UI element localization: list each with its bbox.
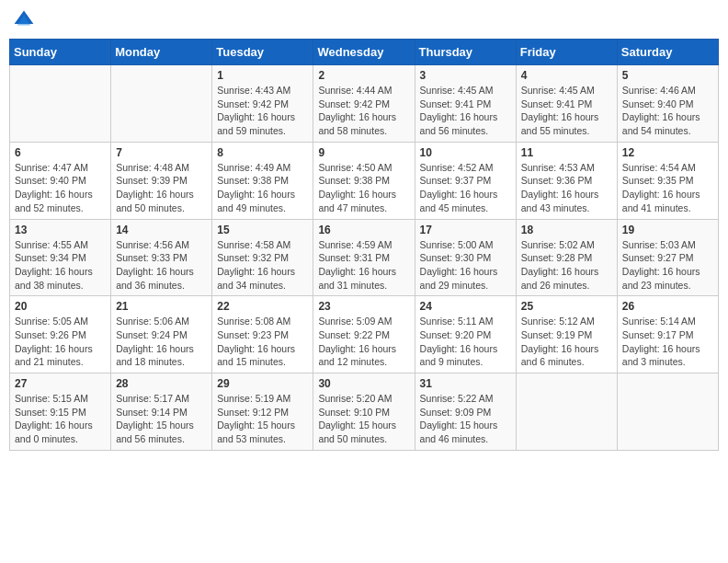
column-header-wednesday: Wednesday [313,40,415,65]
day-info: Sunrise: 5:14 AM Sunset: 9:17 PM Dayligh… [622,315,713,369]
day-number: 8 [217,146,308,159]
day-number: 11 [521,146,612,159]
day-number: 22 [217,300,308,313]
day-number: 29 [217,377,308,390]
column-header-tuesday: Tuesday [212,40,313,65]
calendar-cell: 30Sunrise: 5:20 AM Sunset: 9:10 PM Dayli… [313,373,415,451]
column-header-friday: Friday [516,40,617,65]
day-info: Sunrise: 5:03 AM Sunset: 9:27 PM Dayligh… [622,238,713,293]
day-number: 28 [116,377,207,390]
calendar-week-3: 13Sunrise: 4:55 AM Sunset: 9:34 PM Dayli… [10,219,719,296]
page-header [9,9,719,31]
calendar-week-5: 27Sunrise: 5:15 AM Sunset: 9:15 PM Dayli… [10,373,719,451]
day-number: 3 [420,69,511,82]
calendar-table: SundayMondayTuesdayWednesdayThursdayFrid… [9,39,719,451]
day-number: 17 [420,224,511,236]
day-info: Sunrise: 4:49 AM Sunset: 9:38 PM Dayligh… [217,161,308,215]
calendar-cell: 12Sunrise: 4:54 AM Sunset: 9:35 PM Dayli… [617,142,718,219]
day-number: 18 [521,224,612,236]
calendar-cell: 22Sunrise: 5:08 AM Sunset: 9:23 PM Dayli… [212,296,313,373]
day-info: Sunrise: 4:53 AM Sunset: 9:36 PM Dayligh… [521,161,612,215]
logo [13,9,39,31]
calendar-cell: 21Sunrise: 5:06 AM Sunset: 9:24 PM Dayli… [111,296,212,373]
logo-icon [13,9,35,31]
calendar-cell: 29Sunrise: 5:19 AM Sunset: 9:12 PM Dayli… [212,373,313,451]
day-info: Sunrise: 4:46 AM Sunset: 9:40 PM Dayligh… [622,84,713,138]
calendar-cell: 16Sunrise: 4:59 AM Sunset: 9:31 PM Dayli… [313,219,415,296]
day-info: Sunrise: 4:43 AM Sunset: 9:42 PM Dayligh… [217,84,308,138]
day-info: Sunrise: 5:20 AM Sunset: 9:10 PM Dayligh… [318,392,409,446]
day-number: 19 [622,224,713,236]
calendar-cell: 4Sunrise: 4:45 AM Sunset: 9:41 PM Daylig… [516,65,617,143]
calendar-cell: 3Sunrise: 4:45 AM Sunset: 9:41 PM Daylig… [415,65,516,143]
calendar-week-4: 20Sunrise: 5:05 AM Sunset: 9:26 PM Dayli… [10,296,719,373]
day-number: 9 [318,146,409,159]
calendar-cell [617,373,718,451]
day-info: Sunrise: 4:45 AM Sunset: 9:41 PM Dayligh… [521,84,612,138]
calendar-cell: 14Sunrise: 4:56 AM Sunset: 9:33 PM Dayli… [111,219,212,296]
calendar-cell [111,65,212,143]
calendar-cell: 17Sunrise: 5:00 AM Sunset: 9:30 PM Dayli… [415,219,516,296]
calendar-cell: 20Sunrise: 5:05 AM Sunset: 9:26 PM Dayli… [10,296,111,373]
calendar-cell: 31Sunrise: 5:22 AM Sunset: 9:09 PM Dayli… [415,373,516,451]
day-info: Sunrise: 4:58 AM Sunset: 9:32 PM Dayligh… [217,238,308,293]
day-info: Sunrise: 5:22 AM Sunset: 9:09 PM Dayligh… [420,392,511,446]
column-header-saturday: Saturday [617,40,718,65]
day-number: 30 [318,377,409,390]
calendar-cell: 5Sunrise: 4:46 AM Sunset: 9:40 PM Daylig… [617,65,718,143]
day-info: Sunrise: 4:48 AM Sunset: 9:39 PM Dayligh… [116,161,207,215]
day-number: 7 [116,146,207,159]
day-number: 13 [15,224,106,236]
column-header-thursday: Thursday [415,40,516,65]
day-number: 2 [318,69,409,82]
calendar-cell: 25Sunrise: 5:12 AM Sunset: 9:19 PM Dayli… [516,296,617,373]
calendar-cell: 2Sunrise: 4:44 AM Sunset: 9:42 PM Daylig… [313,65,415,143]
day-info: Sunrise: 4:47 AM Sunset: 9:40 PM Dayligh… [15,161,106,215]
calendar-cell: 13Sunrise: 4:55 AM Sunset: 9:34 PM Dayli… [10,219,111,296]
calendar-cell: 27Sunrise: 5:15 AM Sunset: 9:15 PM Dayli… [10,373,111,451]
day-info: Sunrise: 4:50 AM Sunset: 9:38 PM Dayligh… [318,161,409,215]
day-info: Sunrise: 5:08 AM Sunset: 9:23 PM Dayligh… [217,315,308,369]
day-number: 6 [15,146,106,159]
day-info: Sunrise: 4:45 AM Sunset: 9:41 PM Dayligh… [420,84,511,138]
day-info: Sunrise: 5:06 AM Sunset: 9:24 PM Dayligh… [116,315,207,369]
day-info: Sunrise: 4:54 AM Sunset: 9:35 PM Dayligh… [622,161,713,215]
calendar-cell [10,65,111,143]
calendar-cell: 9Sunrise: 4:50 AM Sunset: 9:38 PM Daylig… [313,142,415,219]
calendar-week-1: 1Sunrise: 4:43 AM Sunset: 9:42 PM Daylig… [10,65,719,143]
day-info: Sunrise: 5:05 AM Sunset: 9:26 PM Dayligh… [15,315,106,369]
day-info: Sunrise: 5:00 AM Sunset: 9:30 PM Dayligh… [420,238,511,293]
calendar-cell: 24Sunrise: 5:11 AM Sunset: 9:20 PM Dayli… [415,296,516,373]
calendar-cell: 6Sunrise: 4:47 AM Sunset: 9:40 PM Daylig… [10,142,111,219]
day-number: 26 [622,300,713,313]
day-number: 10 [420,146,511,159]
day-number: 20 [15,300,106,313]
calendar-cell: 26Sunrise: 5:14 AM Sunset: 9:17 PM Dayli… [617,296,718,373]
calendar-cell: 23Sunrise: 5:09 AM Sunset: 9:22 PM Dayli… [313,296,415,373]
calendar-header-row: SundayMondayTuesdayWednesdayThursdayFrid… [10,40,719,65]
day-number: 12 [622,146,713,159]
calendar-cell: 1Sunrise: 4:43 AM Sunset: 9:42 PM Daylig… [212,65,313,143]
calendar-cell: 28Sunrise: 5:17 AM Sunset: 9:14 PM Dayli… [111,373,212,451]
day-number: 31 [420,377,511,390]
day-info: Sunrise: 4:55 AM Sunset: 9:34 PM Dayligh… [15,238,106,293]
day-number: 27 [15,377,106,390]
day-info: Sunrise: 5:11 AM Sunset: 9:20 PM Dayligh… [420,315,511,369]
day-number: 4 [521,69,612,82]
day-number: 15 [217,224,308,236]
day-info: Sunrise: 5:15 AM Sunset: 9:15 PM Dayligh… [15,392,106,446]
calendar-cell: 7Sunrise: 4:48 AM Sunset: 9:39 PM Daylig… [111,142,212,219]
column-header-monday: Monday [111,40,212,65]
day-number: 23 [318,300,409,313]
day-info: Sunrise: 5:09 AM Sunset: 9:22 PM Dayligh… [318,315,409,369]
column-header-sunday: Sunday [10,40,111,65]
day-info: Sunrise: 5:12 AM Sunset: 9:19 PM Dayligh… [521,315,612,369]
day-number: 1 [217,69,308,82]
day-info: Sunrise: 5:17 AM Sunset: 9:14 PM Dayligh… [116,392,207,446]
day-number: 14 [116,224,207,236]
calendar-cell: 11Sunrise: 4:53 AM Sunset: 9:36 PM Dayli… [516,142,617,219]
calendar-cell: 8Sunrise: 4:49 AM Sunset: 9:38 PM Daylig… [212,142,313,219]
calendar-week-2: 6Sunrise: 4:47 AM Sunset: 9:40 PM Daylig… [10,142,719,219]
calendar-cell: 19Sunrise: 5:03 AM Sunset: 9:27 PM Dayli… [617,219,718,296]
calendar-cell: 18Sunrise: 5:02 AM Sunset: 9:28 PM Dayli… [516,219,617,296]
